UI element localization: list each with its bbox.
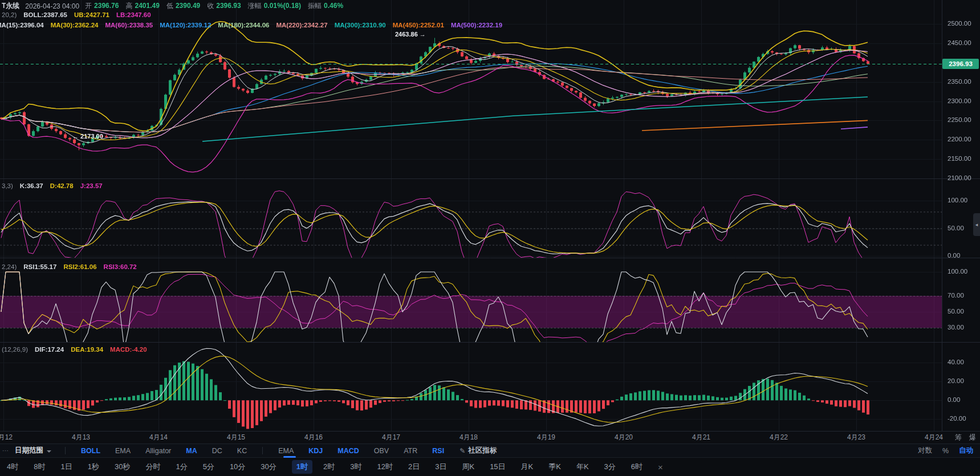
interval-tab-年K[interactable]: 年K [576, 462, 589, 472]
axis-tick: 0.00 [948, 396, 960, 403]
interval-tab-4时[interactable]: 4时 [7, 462, 18, 472]
chips-button[interactable]: 筹 [955, 432, 962, 443]
interval-tab-3分[interactable]: 3分 [604, 462, 616, 472]
indicator-button-macd[interactable]: MACD [337, 447, 359, 455]
interval-bar: 4时8时1日1秒30秒分时1分5分10分30分1时2时3时12时2日3日周K15… [0, 457, 980, 476]
date-label: 4月16 [304, 432, 323, 443]
axis-tick: 100.00 [948, 268, 967, 275]
axis-tick: 50.00 [948, 308, 964, 315]
axis-tick: -20.00 [948, 415, 966, 422]
interval-tab-12时[interactable]: 12时 [377, 462, 393, 472]
interval-tab-1时[interactable]: 1时 [292, 460, 312, 474]
interval-tab-1秒[interactable]: 1秒 [88, 462, 99, 472]
date-label: 4月12 [0, 432, 13, 443]
indicator-button-ema[interactable]: EMA [115, 447, 131, 455]
indicator-button-atr[interactable]: ATR [404, 447, 417, 455]
axis-tick: 2450.00 [948, 39, 971, 46]
date-label: 4月18 [459, 432, 478, 443]
collapse-panel-button[interactable]: ◂ [973, 213, 980, 236]
indicator-button-alligator[interactable]: Alligator [145, 447, 171, 455]
auto-scale-button[interactable]: 自动 [959, 446, 973, 455]
edit-icon: ✎ [459, 447, 465, 455]
axis-tick: 2200.00 [948, 136, 971, 143]
current-price-badge: 2396.93 [942, 59, 979, 69]
scale-options: 对数%自动 [918, 444, 973, 457]
indicator-button-kdj[interactable]: KDJ [308, 447, 323, 455]
axis-tick: 30.00 [948, 324, 964, 331]
pane-indicator-group: EMAKDJMACDOBVATRRSI [271, 447, 452, 455]
interval-tab-1日[interactable]: 1日 [60, 462, 72, 472]
chevron-down-icon [47, 450, 51, 453]
indicator-button-ema[interactable]: EMA [278, 447, 294, 455]
log-scale-button[interactable]: 对数 [918, 446, 932, 455]
interval-tab-月K[interactable]: 月K [521, 462, 534, 472]
interval-tab-30秒[interactable]: 30秒 [115, 462, 130, 472]
axis-tick: 20.00 [948, 377, 964, 384]
date-label: 4月19 [537, 432, 555, 443]
toolbar-divider [262, 447, 263, 454]
indicator-button-ma[interactable]: MA [186, 447, 197, 455]
axis-tick: 2500.00 [948, 20, 971, 27]
interval-tab-周K[interactable]: 周K [462, 462, 474, 472]
date-label: 4月20 [615, 432, 633, 443]
date-range-button[interactable]: 日期范围 [15, 446, 43, 455]
chart-canvas[interactable] [0, 0, 980, 432]
axis-tick: 100.00 [948, 197, 967, 204]
interval-tab-3时[interactable]: 3时 [350, 462, 361, 472]
indicator-button-kc[interactable]: KC [237, 447, 247, 455]
axis-tick: 2300.00 [948, 97, 971, 104]
indicator-toolbar: ⋯ 日期范围 BOLLEMAAlligatorMADCKC EMAKDJMACD… [0, 444, 980, 457]
interval-tab-10分[interactable]: 10分 [230, 462, 245, 472]
axis-tick: 70.00 [948, 292, 964, 299]
overlay-indicator-group: BOLLEMAAlligatorMADCKC [74, 447, 254, 455]
axis-tick: 2100.00 [948, 174, 971, 181]
indicator-button-obv[interactable]: OBV [374, 447, 389, 455]
indicator-button-boll[interactable]: BOLL [81, 447, 100, 455]
interval-tab-1分[interactable]: 1分 [176, 462, 187, 472]
interval-tab-季K[interactable]: 季K [548, 462, 561, 472]
interval-tab-5分[interactable]: 5分 [203, 462, 214, 472]
axis-tick: 2350.00 [948, 78, 971, 85]
interval-tab-6时[interactable]: 6时 [631, 462, 643, 472]
time-axis[interactable]: 4月124月134月144月154月164月174月184月194月204月21… [0, 432, 980, 444]
indicator-button-dc[interactable]: DC [212, 447, 222, 455]
date-label: 4月24 [925, 432, 943, 443]
axis-tick: 0.00 [948, 252, 960, 259]
toolbar-divider [65, 447, 66, 454]
axis-tick: 2150.00 [948, 155, 971, 162]
interval-tab-2日[interactable]: 2日 [408, 462, 420, 472]
trading-terminal: T永续 2026-04-23 04:00 开2396.76高2401.49低23… [0, 0, 980, 476]
date-label: 4月15 [227, 432, 245, 443]
date-label: 4月14 [149, 432, 168, 443]
date-label: 4月17 [382, 432, 400, 443]
left-arrow-icon: ◂ [975, 222, 978, 227]
percent-scale-button[interactable]: % [942, 447, 949, 455]
interval-tab-8时[interactable]: 8时 [34, 462, 45, 472]
divider-handle[interactable] [283, 456, 296, 458]
date-label: 4月22 [770, 432, 788, 443]
interval-tab-3日[interactable]: 3日 [435, 462, 446, 472]
axis-side-buttons: 筹爆 [955, 432, 976, 443]
interval-tab-15日[interactable]: 15日 [490, 462, 505, 472]
indicator-button-rsi[interactable]: RSI [432, 447, 444, 455]
interval-tab-分时[interactable]: 分时 [145, 462, 160, 472]
interval-tab-30分[interactable]: 30分 [261, 462, 276, 472]
date-label: 4月23 [847, 432, 865, 443]
liquidation-button[interactable]: 爆 [969, 432, 976, 443]
community-indicators-button[interactable]: 社区指标 [468, 446, 497, 455]
date-label: 4月13 [72, 432, 90, 443]
date-label: 4月21 [692, 432, 710, 443]
interval-tab-2时[interactable]: 2时 [323, 462, 335, 472]
axis-tick: 40.00 [948, 359, 964, 365]
close-interval-button[interactable]: × [658, 462, 663, 472]
drag-handle-icon[interactable]: ⋯ [2, 447, 9, 454]
axis-tick: 50.00 [948, 225, 964, 231]
axis-tick: 2250.00 [948, 116, 971, 123]
